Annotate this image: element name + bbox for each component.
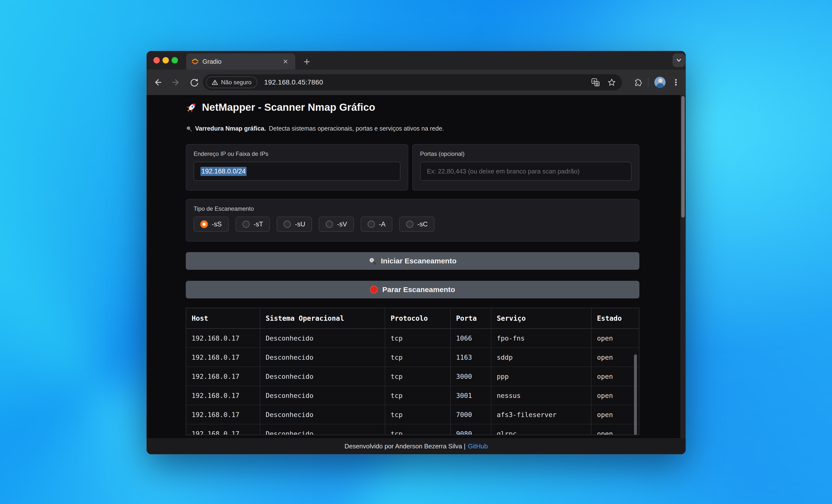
table-cell: Desconhecido: [260, 424, 385, 435]
radio-icon[interactable]: [326, 220, 333, 228]
table-cell: Desconhecido: [260, 405, 385, 424]
radio-icon[interactable]: [406, 220, 413, 228]
app-footer: Desenvolvido por Anderson Bezerra Silva …: [147, 438, 686, 454]
table-row: 192.168.0.17Desconhecidotcp1163sddpopen: [186, 348, 639, 367]
ports-field-block: Portas (opcional): [412, 144, 640, 191]
translate-icon[interactable]: A: [591, 78, 600, 87]
address-bar[interactable]: Não seguro 192.168.0.45:7860 A: [203, 74, 622, 90]
page-scrollbar[interactable]: [680, 95, 686, 438]
ports-field-label: Portas (opcional): [420, 151, 631, 157]
profile-avatar[interactable]: [654, 77, 666, 88]
scan-type-option-su[interactable]: -sU: [277, 217, 312, 232]
tab-title: Gradio: [202, 58, 281, 65]
desktop-wallpaper: Gradio: [0, 0, 832, 504]
table-cell: Desconhecido: [260, 329, 385, 348]
radio-icon[interactable]: [368, 220, 375, 228]
table-header-cell: Sistema Operacional: [260, 308, 385, 329]
menu-kebab-icon[interactable]: [672, 78, 680, 87]
table-cell: nessus: [491, 386, 592, 405]
forward-button[interactable]: [170, 76, 182, 88]
tab-strip: Gradio: [147, 51, 686, 70]
table-header-cell: Serviço: [491, 308, 592, 329]
table-cell: Desconhecido: [260, 348, 385, 367]
table-cell: open: [592, 348, 640, 367]
table-cell: Desconhecido: [260, 367, 385, 386]
table-row: 192.168.0.17Desconhecidotcp9080glrpcopen: [186, 424, 639, 435]
table-cell: open: [592, 386, 640, 405]
subtitle-rest: Detecta sistemas operacionais, portas e …: [269, 125, 444, 132]
table-cell: 1163: [451, 348, 491, 367]
table-cell: tcp: [385, 348, 451, 367]
back-button[interactable]: [152, 76, 164, 88]
table-cell: tcp: [385, 367, 451, 386]
scan-type-option-a[interactable]: -A: [361, 217, 392, 232]
table-cell: Desconhecido: [260, 386, 385, 405]
scan-type-option-sv[interactable]: -sV: [319, 217, 354, 232]
table-cell: 192.168.0.17: [186, 367, 260, 386]
ip-field-label: Endereço IP ou Faixa de IPs: [193, 151, 400, 157]
window-controls: [153, 57, 178, 63]
footer-text: Desenvolvido por Anderson Bezerra Silva …: [344, 443, 466, 450]
browser-window: Gradio: [147, 51, 686, 454]
security-badge[interactable]: Não seguro: [206, 76, 257, 88]
minimize-window-button[interactable]: [162, 57, 169, 63]
start-scan-label: Iniciar Escaneamento: [381, 257, 456, 265]
table-cell: fpo-fns: [491, 329, 592, 348]
tab-search-button[interactable]: [673, 53, 685, 67]
table-cell: 9080: [451, 424, 491, 435]
table-row: 192.168.0.17Desconhecidotcp3001nessusope…: [186, 386, 639, 405]
table-cell: tcp: [385, 329, 451, 348]
stop-scan-label: Parar Escaneamento: [382, 286, 455, 294]
scan-type-option-sc[interactable]: -sC: [399, 217, 435, 232]
scan-type-option-label: -A: [379, 220, 386, 228]
close-window-button[interactable]: [153, 57, 160, 63]
tab-close-icon[interactable]: [281, 57, 290, 66]
new-tab-button[interactable]: [302, 56, 312, 67]
browser-toolbar: Não seguro 192.168.0.45:7860 A: [147, 70, 686, 95]
stop-icon: [370, 286, 378, 294]
url-text[interactable]: 192.168.0.45:7860: [264, 78, 323, 86]
subtitle-bold: Varredura Nmap gráfica.: [195, 125, 266, 132]
results-table: HostSistema OperacionalProtocoloPortaSer…: [186, 308, 640, 435]
table-row: 192.168.0.17Desconhecidotcp3000pppopen: [186, 367, 639, 386]
rocket-icon: [186, 101, 198, 113]
radio-icon[interactable]: [284, 220, 291, 228]
scan-type-label: Tipo de Escaneamento: [193, 205, 631, 212]
table-cell: afs3-fileserver: [491, 405, 592, 424]
table-cell: tcp: [385, 424, 451, 435]
scan-type-option-ss[interactable]: -sS: [193, 217, 229, 232]
table-cell: 3000: [451, 367, 491, 386]
stop-scan-button[interactable]: Parar Escaneamento: [186, 281, 640, 298]
toolbar-divider: [648, 78, 648, 87]
extensions-icon[interactable]: [633, 78, 642, 87]
start-scan-button[interactable]: Iniciar Escaneamento: [186, 252, 640, 270]
table-cell: 192.168.0.17: [186, 348, 260, 367]
ip-input-selected-text: 192.168.0.0/24: [201, 167, 246, 176]
github-link[interactable]: GitHub: [468, 443, 488, 450]
security-badge-label: Não seguro: [221, 79, 252, 86]
table-body: 192.168.0.17Desconhecidotcp1066fpo-fnsop…: [186, 329, 639, 435]
scan-type-option-label: -sU: [295, 220, 305, 228]
page-subtitle: Varredura Nmap gráfica. Detecta sistemas…: [186, 125, 444, 132]
browser-tab-gradio[interactable]: Gradio: [186, 53, 295, 70]
reload-button[interactable]: [188, 76, 200, 88]
scan-type-option-label: -sT: [254, 220, 263, 228]
ip-input[interactable]: 192.168.0.0/24: [193, 162, 400, 181]
scan-type-block: Tipo de Escaneamento -sS-sT-sU-sV-A-sC: [186, 199, 640, 242]
gradio-favicon-icon: [192, 58, 199, 65]
ports-input[interactable]: [420, 162, 631, 181]
page-scrollbar-thumb[interactable]: [681, 96, 685, 218]
scan-type-option-label: -sS: [212, 220, 222, 228]
radio-icon[interactable]: [201, 220, 208, 228]
page-title: NetMapper - Scanner Nmap Gráfico: [186, 101, 375, 113]
fullscreen-window-button[interactable]: [172, 57, 178, 63]
radio-icon[interactable]: [242, 220, 250, 228]
table-cell: open: [592, 367, 640, 386]
scan-type-options: -sS-sT-sU-sV-A-sC: [193, 217, 631, 232]
table-cell: ppp: [491, 367, 592, 386]
table-scrollbar-thumb[interactable]: [634, 354, 637, 435]
table-row: 192.168.0.17Desconhecidotcp7000afs3-file…: [186, 405, 639, 424]
scan-type-option-st[interactable]: -sT: [235, 217, 270, 232]
bookmark-star-icon[interactable]: [607, 78, 616, 87]
scan-type-option-label: -sV: [337, 220, 347, 228]
